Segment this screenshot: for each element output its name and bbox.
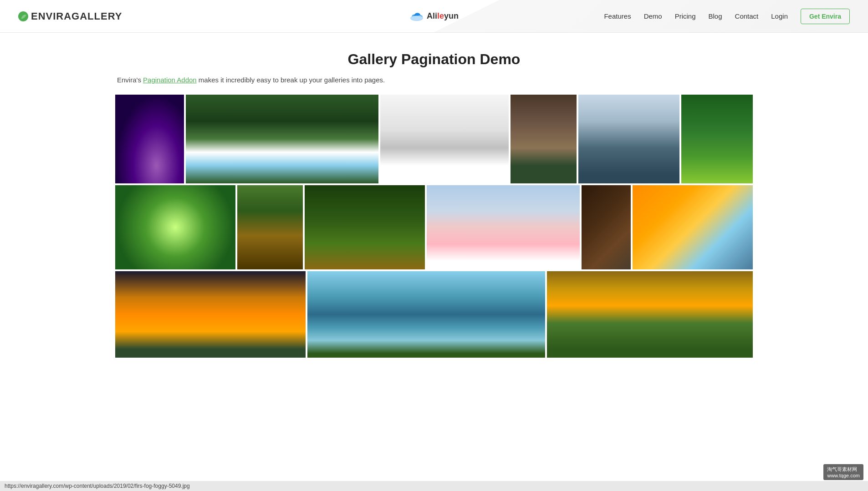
gallery-item-13[interactable]: [115, 271, 306, 358]
get-envira-button[interactable]: Get Envira: [801, 9, 850, 24]
gallery-row-2: [115, 185, 753, 269]
logo-leaf-icon: [18, 11, 28, 21]
svg-point-5: [410, 15, 423, 20]
top-brand: Alileyun: [409, 11, 459, 21]
gallery-item-9[interactable]: [305, 185, 425, 269]
logo-text: ENVIRAGALLERY: [31, 10, 122, 22]
nav-pricing[interactable]: Pricing: [675, 12, 696, 20]
gallery-row-3: [115, 271, 753, 358]
brand-name: Alileyun: [427, 11, 459, 21]
gallery-item-6[interactable]: [681, 95, 753, 183]
pagination-addon-link[interactable]: Pagination Addon: [143, 76, 197, 84]
main-content: Gallery Pagination Demo Envira's Paginat…: [106, 33, 762, 367]
gallery-item-5[interactable]: [578, 95, 679, 183]
gallery-item-11[interactable]: [582, 185, 631, 269]
subtitle-suffix: makes it incredibly easy to break up you…: [197, 76, 385, 84]
nav-blog[interactable]: Blog: [709, 12, 722, 20]
main-nav: Features Demo Pricing Blog Contact Login…: [604, 9, 850, 24]
gallery-item-15[interactable]: [547, 271, 753, 358]
nav-login[interactable]: Login: [771, 12, 788, 20]
nav-demo[interactable]: Demo: [644, 12, 662, 20]
nav-contact[interactable]: Contact: [735, 12, 759, 20]
gallery-item-7[interactable]: [115, 185, 235, 269]
gallery-item-3[interactable]: [380, 95, 509, 183]
subtitle-prefix: Envira's: [117, 76, 143, 84]
cloud-icon: [409, 12, 424, 21]
gallery-row-1: [115, 95, 753, 183]
gallery-item-1[interactable]: [115, 95, 184, 183]
gallery-grid: [115, 95, 753, 358]
nav-features[interactable]: Features: [604, 12, 631, 20]
gallery-item-14[interactable]: [307, 271, 545, 358]
gallery-item-2[interactable]: [186, 95, 378, 183]
gallery-item-4[interactable]: [511, 95, 577, 183]
site-header: ENVIRAGALLERY Alileyun Features Demo Pri…: [0, 0, 868, 33]
site-logo[interactable]: ENVIRAGALLERY: [18, 10, 122, 22]
gallery-item-8[interactable]: [237, 185, 303, 269]
page-title: Gallery Pagination Demo: [115, 51, 753, 68]
page-subtitle: Envira's Pagination Addon makes it incre…: [115, 76, 753, 84]
gallery-item-12[interactable]: [633, 185, 753, 269]
gallery-item-10[interactable]: [427, 185, 580, 269]
